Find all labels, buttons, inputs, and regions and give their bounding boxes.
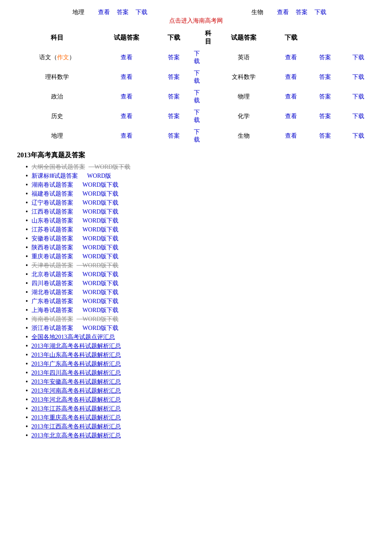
bullet-icon: • <box>26 262 28 269</box>
answer-link[interactable]: 答案 <box>319 93 331 100</box>
list-item-link[interactable]: 重庆卷试题答案 <box>32 253 73 260</box>
list-item-link[interactable]: 福建卷试题答案 <box>32 190 73 198</box>
right-subject-cell: 生物 <box>214 126 274 146</box>
answer-link[interactable]: 答案 <box>319 54 331 61</box>
list-item: •江苏卷试题答案 WORD版下载 <box>26 226 375 234</box>
look-link[interactable]: 查看 <box>285 133 297 139</box>
download-link[interactable]: 下载 <box>352 133 364 139</box>
top-right-download-link[interactable]: 下载 <box>314 9 326 16</box>
col-divider <box>202 126 214 146</box>
list-item-link[interactable]: 天津卷试题答案 <box>32 262 73 269</box>
bullet-icon: • <box>26 208 28 216</box>
word-label: WORD版下载 <box>77 190 119 198</box>
top-right-look-link[interactable]: 查看 <box>277 9 289 16</box>
list-item-link[interactable]: 2013年山东高考各科试题解析汇总 <box>32 351 121 359</box>
answer-link[interactable]: 答案 <box>168 93 180 100</box>
list-item-link[interactable]: 安徽卷试题答案 <box>32 235 73 243</box>
list-item-link[interactable]: 2013年重庆高考各科试题解析汇总 <box>32 414 121 422</box>
answer-link[interactable]: 答案 <box>168 133 180 139</box>
left-download-cell: 下载 <box>191 126 202 146</box>
bullet-icon: • <box>26 414 28 422</box>
list-item-link[interactable]: 山东卷试题答案 <box>32 217 73 225</box>
list-item-link[interactable]: 2013年北京高考各科试题解析汇总 <box>32 432 121 439</box>
look-link[interactable]: 查看 <box>121 54 133 61</box>
left-look-cell: 查看 <box>97 48 156 67</box>
list-item-link[interactable]: 海南卷试题答案 <box>32 315 73 323</box>
list-item: •2013年四川高考各科试题解析汇总 <box>26 369 375 377</box>
bullet-icon: • <box>26 423 28 431</box>
list-item-link[interactable]: 2013年河北高考各科试题解析汇总 <box>32 396 121 404</box>
center-link-row: 点击进入海南高考网 <box>17 17 375 25</box>
download-link[interactable]: 下载 <box>352 93 364 100</box>
list-item-link[interactable]: 大纲全国卷试题答案 <box>32 163 85 171</box>
download-link[interactable]: 下载 <box>352 74 364 80</box>
col-divider <box>202 107 214 126</box>
bullet-icon: • <box>26 298 28 305</box>
top-left-download-link[interactable]: 下载 <box>135 9 147 16</box>
list-item-link[interactable]: 2013年安徽高考各科试题解析汇总 <box>32 378 121 386</box>
left-download-cell: 下载 <box>191 67 202 87</box>
download-link[interactable]: 下载 <box>194 70 200 84</box>
bullet-icon: • <box>26 244 28 251</box>
top-left-look-link[interactable]: 查看 <box>98 9 110 16</box>
bullet-icon: • <box>26 369 28 377</box>
list-item-link[interactable]: 广东卷试题答案 <box>32 298 73 305</box>
list-item-link[interactable]: 陕西卷试题答案 <box>32 244 73 251</box>
top-right-answer-link[interactable]: 答案 <box>296 9 308 16</box>
list-item-link[interactable]: 2013年湖北高考各科试题解析汇总 <box>32 342 121 350</box>
look-link[interactable]: 查看 <box>285 54 297 61</box>
col-divider <box>202 67 214 87</box>
list-item-link[interactable]: 2013年四川高考各科试题解析汇总 <box>32 369 121 377</box>
word-label: WORD版下载 <box>77 271 119 278</box>
download-link[interactable]: 下载 <box>194 90 200 104</box>
download-link[interactable]: 下载 <box>352 54 364 61</box>
bullet-icon: • <box>26 280 28 287</box>
list-item-link[interactable]: 江西卷试题答案 <box>32 208 73 216</box>
list-item: •重庆卷试题答案 WORD版下载 <box>26 253 375 260</box>
answer-link[interactable]: 答案 <box>319 113 331 119</box>
top-left-answer-link[interactable]: 答案 <box>117 9 129 16</box>
look-link[interactable]: 查看 <box>285 93 297 100</box>
list-item-link[interactable]: 全国各地2013高考试题点评汇总 <box>32 333 115 341</box>
list-item-link[interactable]: 北京卷试题答案 <box>32 271 73 278</box>
hainan-link[interactable]: 点击进入海南高考网 <box>169 17 223 24</box>
bullet-icon: • <box>26 306 28 314</box>
list-item-link[interactable]: 2013年广东高考各科试题解析汇总 <box>32 360 121 368</box>
list-item: •2013年重庆高考各科试题解析汇总 <box>26 414 375 422</box>
word-label: WORD版下载 <box>77 199 119 207</box>
list-item-link[interactable]: 2013年河南高考各科试题解析汇总 <box>32 387 121 395</box>
list-item-link[interactable]: 湖南卷试题答案 <box>32 181 73 189</box>
list-item-link[interactable]: 湖北卷试题答案 <box>32 289 73 296</box>
answer-link[interactable]: 答案 <box>168 113 180 119</box>
list-item-link[interactable]: 江苏卷试题答案 <box>32 226 73 234</box>
list-item-link[interactable]: 辽宁卷试题答案 <box>32 199 73 207</box>
download-link[interactable]: 下载 <box>194 109 200 123</box>
divider <box>191 27 202 48</box>
list-item-link[interactable]: 新课标ⅠⅡ试题答案 <box>32 172 78 180</box>
look-link[interactable]: 查看 <box>121 93 133 100</box>
answer-link[interactable]: 答案 <box>319 74 331 80</box>
left-subject-cell: 地理 <box>17 126 97 146</box>
look-link[interactable]: 查看 <box>121 113 133 119</box>
download-link[interactable]: 下载 <box>194 129 200 143</box>
right-answer-cell: 答案 <box>308 107 342 126</box>
list-item-link[interactable]: 2013年江苏高考各科试题解析汇总 <box>32 405 121 413</box>
answer-link[interactable]: 答案 <box>319 133 331 139</box>
list-item-link[interactable]: 四川卷试题答案 <box>32 280 73 287</box>
download-link[interactable]: 下载 <box>352 113 364 119</box>
list-item-link[interactable]: 浙江卷试题答案 <box>32 324 73 332</box>
answer-link[interactable]: 答案 <box>168 74 180 80</box>
look-link[interactable]: 查看 <box>285 74 297 80</box>
table-row: 理科数学查看答案下载文科数学查看答案下载 <box>17 67 375 87</box>
answer-link[interactable]: 答案 <box>168 54 180 61</box>
right-look-cell: 查看 <box>274 126 308 146</box>
list-item-link[interactable]: 上海卷试题答案 <box>32 306 73 314</box>
look-link[interactable]: 查看 <box>285 113 297 119</box>
zuowen-link[interactable]: 作文 <box>57 54 69 61</box>
list-item-link[interactable]: 2013年江西高考各科试题解析汇总 <box>32 423 121 431</box>
bullet-icon: • <box>26 396 28 404</box>
download-link[interactable]: 下载 <box>194 50 200 64</box>
look-link[interactable]: 查看 <box>121 74 133 80</box>
look-link[interactable]: 查看 <box>121 133 133 139</box>
header-answer2: 试题答案 <box>214 27 274 48</box>
